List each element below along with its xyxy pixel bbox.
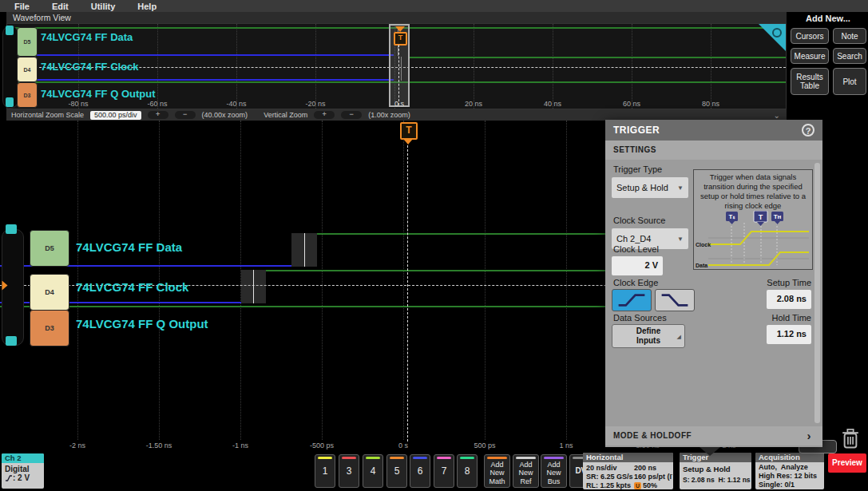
channel-badge-d3[interactable]: D3 — [30, 310, 69, 346]
clock-transition-edge — [253, 270, 254, 303]
group-handle-top[interactable] — [6, 224, 17, 234]
channel-button-7[interactable]: 7 — [434, 454, 454, 488]
horizontal-scale: 20 ns/div — [586, 464, 617, 472]
horizontal-badge[interactable]: Horizontal 20 ns/div 200 ns SR: 6.25 GS/… — [583, 453, 673, 489]
trigger-badge[interactable]: Trigger Setup & Hold S: 2.08 ns H: 1.12 … — [680, 453, 751, 489]
vzoom-minus-button[interactable]: − — [341, 111, 362, 119]
sample-rate: SR: 6.25 GS/s — [586, 473, 633, 481]
channel-label-clock[interactable]: 74LVCG74 FF Clock — [76, 280, 188, 294]
preview-button[interactable]: Preview — [828, 453, 866, 473]
tab-settings[interactable]: SETTINGS — [605, 141, 822, 160]
measure-button[interactable]: Measure — [791, 48, 829, 64]
menu-help[interactable]: Help — [137, 2, 157, 11]
gridline — [566, 121, 567, 440]
zoom-window-box[interactable]: T — [389, 24, 410, 107]
add-button-label: Add New Math — [485, 455, 509, 485]
channel-label-clock[interactable]: 74LVCG74 FF Clock — [41, 61, 139, 73]
channel-badge-d4[interactable]: D4 — [17, 57, 38, 82]
channel-button-label: 8 — [465, 465, 470, 477]
mode-holdoff-label: MODE & HOLDOFF — [613, 431, 692, 440]
trigger-type-value: Setup & Hold — [616, 183, 668, 192]
hzoom-scale-field[interactable]: 500.00 ps/div — [90, 111, 141, 120]
panel-scrollbar[interactable] — [814, 163, 820, 423]
group-handle-bottom[interactable] — [6, 336, 17, 346]
trigger-type-dropdown[interactable]: Setup & Hold ▼ — [612, 177, 688, 198]
channel-button-3[interactable]: 3 — [339, 454, 359, 488]
svg-text:Tʜ: Tʜ — [774, 213, 782, 220]
menu-file[interactable]: File — [14, 2, 30, 11]
falling-edge-icon — [659, 292, 691, 308]
add-new-math-button[interactable]: Add New Math — [484, 454, 510, 488]
channel-button-label: 6 — [418, 465, 423, 477]
ov-tick: 60 ns — [623, 100, 640, 108]
menu-edit[interactable]: Edit — [52, 2, 69, 11]
channel-color-strip — [437, 457, 451, 459]
channel-badge-d4[interactable]: D4 — [30, 274, 69, 311]
mode-holdoff-section[interactable]: MODE & HOLDOFF › — [605, 426, 822, 445]
channel-button-1[interactable]: 1 — [315, 454, 335, 488]
group-handle-bottom[interactable] — [6, 97, 14, 107]
add-new-bus-button[interactable]: Add New Bus — [541, 454, 567, 488]
position-percent: 50% — [643, 481, 657, 489]
channel-label-qoutput[interactable]: 74LVCG74 FF Q Output — [76, 317, 208, 331]
overview-plot[interactable]: T D5 D4 D3 74LVCG74 FF Data 74LVCG74 FF … — [6, 23, 787, 109]
zv-tick: -2 ns — [69, 442, 85, 449]
channel-label-data[interactable]: 74LVCG74 FF Data — [41, 31, 133, 43]
add-button-label: Add New Bus — [541, 455, 566, 485]
channel-color-strip — [390, 457, 404, 459]
note-button[interactable]: Note — [833, 28, 866, 44]
channel-button-label: 5 — [394, 465, 400, 477]
clock-low-trace — [7, 79, 394, 81]
add-button-label: Add New Ref — [513, 455, 538, 485]
setup-time-field[interactable]: 2.08 ns — [767, 290, 811, 309]
channel-group-handle[interactable] — [2, 26, 18, 109]
rising-edge-icon — [5, 474, 13, 482]
channel-button-8[interactable]: 8 — [457, 454, 478, 488]
oscilloscope-app: File Edit Utility Help Waveform View — [0, 0, 868, 491]
rising-edge-button[interactable] — [612, 289, 652, 311]
channel-button-5[interactable]: 5 — [386, 454, 407, 488]
menu-utility[interactable]: Utility — [91, 2, 116, 11]
add-new-ref-button[interactable]: Add New Ref — [513, 454, 539, 488]
hzoom-plus-button[interactable]: + — [148, 111, 168, 119]
clock-source-value: Ch 2_D4 — [616, 234, 651, 244]
channel-label-data[interactable]: 74LVCG74 FF Data — [76, 240, 182, 254]
channel-badge-d5[interactable]: D5 — [30, 230, 69, 267]
clock-level-field[interactable]: 2 V — [612, 256, 663, 275]
hold-time-field[interactable]: 1.12 ns — [767, 325, 811, 344]
trigger-type-label: Trigger Type — [613, 164, 662, 174]
overview-trigger-marker[interactable]: T — [394, 32, 407, 46]
results-table-button[interactable]: Results Table — [791, 68, 829, 95]
dropdown-arrow-icon: ▼ — [677, 184, 684, 192]
channel-button-4[interactable]: 4 — [363, 454, 383, 488]
plot-button[interactable]: Plot — [833, 68, 866, 95]
channel-button-6[interactable]: 6 — [410, 454, 430, 488]
channel-label-qoutput[interactable]: 74LVCG74 FF Q Output — [41, 88, 156, 100]
channel-2-badge[interactable]: Ch 2 Digital : 2 V — [2, 453, 44, 489]
channel-badge-d5[interactable]: D5 — [17, 27, 38, 57]
trash-icon[interactable] — [838, 428, 862, 449]
add-new-title: Add New... — [791, 14, 866, 23]
acquisition-badge[interactable]: Acquisition Auto, Analyze High Res: 12 b… — [755, 453, 824, 489]
help-icon[interactable]: ? — [802, 124, 814, 137]
trigger-marker-pointer — [403, 139, 413, 145]
gridline — [474, 24, 474, 109]
trigger-marker[interactable]: T — [400, 122, 418, 140]
hzoom-minus-button[interactable]: − — [175, 111, 196, 119]
chevron-down-icon[interactable]: ⌄ — [774, 111, 780, 120]
horizontal-badge-title: Horizontal — [583, 453, 673, 462]
search-button[interactable]: Search — [833, 48, 866, 64]
falling-edge-button[interactable] — [655, 289, 695, 311]
vzoom-plus-button[interactable]: + — [314, 111, 335, 119]
trigger-position-line — [407, 145, 408, 442]
channel-color-strip — [487, 457, 507, 459]
define-inputs-button[interactable]: Define Inputs ◢ — [612, 324, 685, 348]
zoom-corner-icon[interactable] — [759, 24, 786, 51]
group-handle-top[interactable] — [6, 26, 14, 35]
channel-badge-d3[interactable]: D3 — [17, 82, 38, 108]
cursors-button[interactable]: Cursors — [791, 28, 829, 44]
acquisition-badge-title: Acquisition — [755, 453, 824, 462]
trigger-arrow-icon — [395, 26, 405, 32]
clock-source-label: Clock Source — [613, 216, 665, 225]
clock-high-trace — [409, 57, 786, 58]
